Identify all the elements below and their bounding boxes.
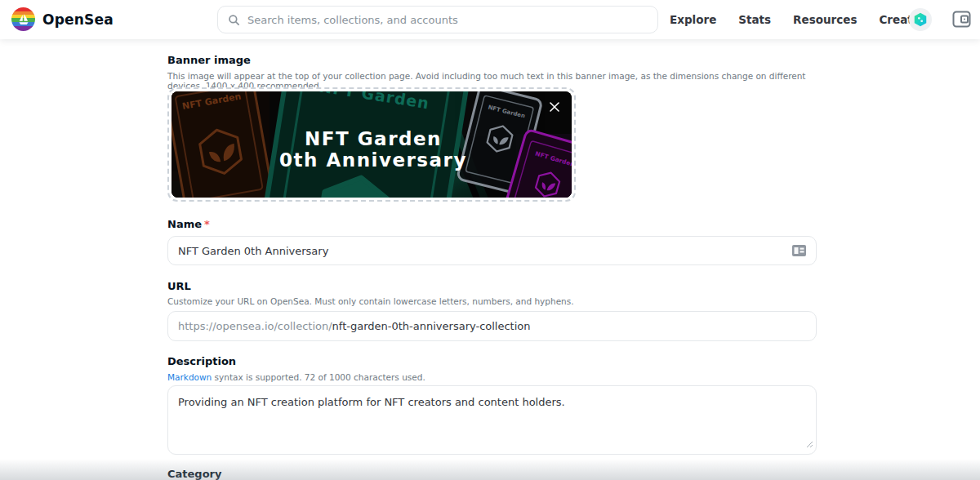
banner-card-orange: NFT Garden xyxy=(172,91,274,198)
name-label: Name* xyxy=(167,218,210,230)
nav-link-stats[interactable]: Stats xyxy=(738,13,771,26)
bottom-shadow xyxy=(0,459,980,480)
description-textarea[interactable]: Providing an NFT creation platform for N… xyxy=(168,386,816,454)
banner-title-line1: NFT Garden xyxy=(305,128,442,149)
brand-name: OpenSea xyxy=(42,11,114,28)
search-icon xyxy=(228,14,240,26)
nav-link-explore[interactable]: Explore xyxy=(670,13,716,26)
url-label: URL xyxy=(167,280,191,292)
category-label: Category xyxy=(167,468,221,480)
opensea-logo[interactable]: OpenSea xyxy=(11,7,114,31)
required-asterisk: * xyxy=(204,218,210,230)
nav-link-resources[interactable]: Resources xyxy=(793,13,857,26)
close-icon xyxy=(548,100,561,113)
profile-avatar[interactable] xyxy=(909,8,932,31)
banner-image-preview: NFT Garden NFT Garden xyxy=(172,91,572,198)
banner-title-line2: 0th Anniversary xyxy=(279,149,467,171)
banner-artwork: NFT Garden NFT Garden xyxy=(172,91,572,198)
description-help: Markdown syntax is supported. 72 of 1000… xyxy=(167,372,821,382)
url-slug[interactable]: nft-garden-0th-anniversary-collection xyxy=(332,320,531,332)
search-input[interactable] xyxy=(247,14,648,26)
url-help: Customize your URL on OpenSea. Must only… xyxy=(167,296,821,306)
avatar-hexagon-icon xyxy=(915,13,927,27)
opensea-logo-icon xyxy=(11,7,35,31)
description-label: Description xyxy=(167,355,236,367)
name-input[interactable] xyxy=(178,245,786,257)
search-bar[interactable] xyxy=(217,6,658,33)
markdown-link[interactable]: Markdown xyxy=(167,372,212,382)
autofill-icon[interactable] xyxy=(792,245,806,256)
nav-links: Explore Stats Resources Create xyxy=(670,0,920,39)
url-prefix: https://opensea.io/collection/ xyxy=(178,320,332,332)
banner-image-label: Banner image xyxy=(167,54,251,66)
remove-banner-button[interactable] xyxy=(546,99,563,115)
description-field[interactable]: Providing an NFT creation platform for N… xyxy=(167,385,817,455)
name-field[interactable] xyxy=(167,236,817,265)
banner-image-dropzone[interactable]: NFT Garden NFT Garden xyxy=(167,87,576,202)
edit-collection-form: Banner image This image will appear at t… xyxy=(0,39,980,480)
wallet-icon[interactable] xyxy=(952,11,971,28)
url-field[interactable]: https://opensea.io/collection/ nft-garde… xyxy=(167,311,817,341)
top-navbar: OpenSea Explore Stats Resources Create xyxy=(0,0,980,39)
